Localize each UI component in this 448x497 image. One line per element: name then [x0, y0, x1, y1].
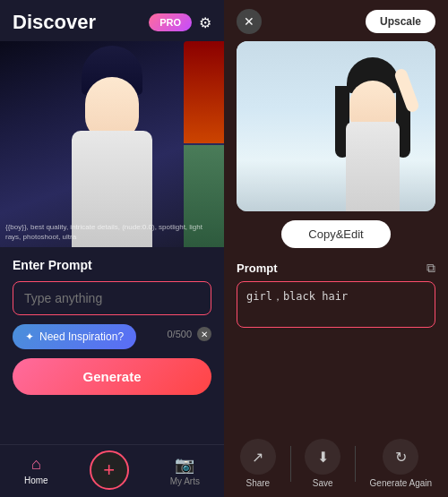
- action-divider-1: [290, 446, 291, 482]
- generated-image: [237, 41, 435, 211]
- copy-icon-button[interactable]: ⧉: [426, 261, 435, 276]
- right-image-area: [224, 41, 448, 211]
- char-count-row: 0/500 ✕: [167, 327, 211, 341]
- girl-character: [328, 50, 418, 211]
- right-header: ✕ Upscale: [224, 0, 448, 41]
- prompt-textarea[interactable]: girl，black hair: [237, 281, 435, 328]
- side-image-1: [184, 41, 224, 143]
- prompt-section: Prompt ⧉ girl，black hair: [237, 261, 435, 428]
- camera-icon: 📷: [175, 455, 194, 475]
- bottom-nav: ⌂ Home + 📷 My Arts: [0, 444, 224, 497]
- prompt-input[interactable]: [13, 281, 211, 315]
- generate-again-label: Generate Again: [370, 478, 433, 488]
- hero-caption: {{boy}}, best quality, intricate details…: [5, 223, 219, 242]
- generate-button[interactable]: Generate: [13, 358, 211, 395]
- nav-my-arts-label: My Arts: [170, 476, 200, 486]
- nav-my-arts[interactable]: 📷 My Arts: [163, 453, 207, 488]
- clear-button[interactable]: ✕: [197, 327, 211, 341]
- copy-edit-button[interactable]: Copy&Edit: [281, 220, 390, 248]
- generate-again-button[interactable]: ↻ Generate Again: [370, 439, 433, 488]
- girl-body: [346, 122, 400, 211]
- pro-button[interactable]: PRO: [149, 13, 192, 31]
- prompt-label: Prompt: [237, 261, 278, 275]
- close-icon: ✕: [244, 14, 254, 29]
- share-button[interactable]: ↗ Share: [240, 439, 276, 488]
- gear-icon: ⚙: [199, 15, 211, 30]
- save-icon: ⬇: [317, 449, 329, 466]
- right-panel: ✕ Upscale Copy&Edit Prompt ⧉ girl，black …: [224, 0, 448, 497]
- save-icon-circle: ⬇: [305, 439, 340, 475]
- close-button[interactable]: ✕: [237, 9, 262, 34]
- hero-image-area: {{boy}}, best quality, intricate details…: [0, 41, 224, 247]
- char-count: 0/500: [167, 329, 192, 339]
- left-content: Enter Prompt ✦ Need Inspiration? 0/500 ✕…: [0, 247, 224, 444]
- home-icon: ⌂: [31, 455, 41, 474]
- header-actions: PRO ⚙: [149, 13, 211, 31]
- share-label: Share: [246, 478, 271, 488]
- share-icon-circle: ↗: [240, 439, 276, 475]
- prompt-header: Prompt ⧉: [237, 261, 435, 276]
- upscale-button[interactable]: Upscale: [366, 10, 435, 33]
- save-label: Save: [313, 478, 333, 488]
- share-icon: ↗: [252, 449, 263, 466]
- add-button-wrapper: +: [90, 450, 129, 490]
- add-button[interactable]: +: [90, 450, 129, 490]
- nav-home[interactable]: ⌂ Home: [17, 453, 56, 487]
- settings-button[interactable]: ⚙: [199, 14, 211, 31]
- refresh-icon: ↻: [395, 449, 407, 466]
- refresh-icon-circle: ↻: [383, 439, 418, 475]
- copy-icon: ⧉: [426, 261, 435, 275]
- action-row: ↗ Share ⬇ Save ↻ Generate Again: [224, 428, 448, 497]
- left-header: Discover PRO ⚙: [0, 0, 224, 41]
- enter-prompt-label: Enter Prompt: [13, 258, 211, 272]
- action-divider-2: [355, 446, 356, 482]
- page-title: Discover: [13, 11, 96, 34]
- side-image-strip: [184, 41, 224, 247]
- close-icon: ✕: [201, 330, 208, 339]
- nav-home-label: Home: [24, 476, 48, 485]
- save-button[interactable]: ⬇ Save: [305, 439, 340, 488]
- plus-icon: +: [103, 460, 115, 480]
- hero-character: [54, 59, 170, 247]
- inspiration-button[interactable]: ✦ Need Inspiration?: [13, 324, 136, 349]
- sun-icon: ✦: [25, 330, 34, 343]
- left-panel: Discover PRO ⚙ {{boy}}, best quality, in…: [0, 0, 224, 497]
